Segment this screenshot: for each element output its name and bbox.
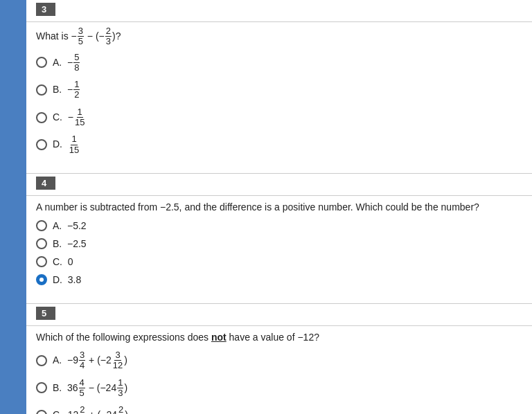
page-container: 3 What is −35 − (−23)? A. −58 B. −12 C. … (0, 0, 532, 414)
radio-5-c[interactable] (36, 410, 47, 414)
radio-3-d[interactable] (36, 139, 47, 150)
option-3-a[interactable]: A. −58 (36, 53, 522, 73)
content-area: 3 What is −35 − (−23)? A. −58 B. −12 C. … (26, 0, 532, 414)
question-3: 3 What is −35 − (−23)? A. −58 B. −12 C. … (26, 0, 532, 174)
option-4-a[interactable]: A. −5.2 (36, 220, 522, 231)
radio-5-b[interactable] (36, 382, 47, 393)
radio-3-b[interactable] (36, 84, 47, 96)
question-number-5: 5 (36, 307, 55, 320)
option-label-5-b: B. 3645 − (−2413) (53, 378, 127, 399)
option-label-5-a: A. −934 + (−2312) (53, 350, 127, 371)
radio-4-c[interactable] (36, 256, 47, 267)
option-label-5-c: C. 1223 + (−2423) (53, 405, 128, 414)
question-4: 4 A number is subtracted from −2.5, and … (26, 174, 532, 304)
left-bar (0, 0, 26, 414)
question-5: 5 Which of the following expressions doe… (26, 304, 532, 414)
option-label-3-b: B. −12 (53, 80, 80, 100)
question-number-3: 3 (36, 3, 55, 16)
option-5-a[interactable]: A. −934 + (−2312) (36, 350, 522, 371)
option-label-4-c: C. 0 (53, 256, 73, 267)
radio-5-a[interactable] (36, 355, 47, 366)
option-5-c[interactable]: C. 1223 + (−2423) (36, 405, 522, 414)
option-label-3-a: A. −58 (53, 53, 80, 73)
option-4-d[interactable]: D. 3.8 (36, 274, 522, 285)
option-label-4-a: A. −5.2 (53, 220, 87, 231)
radio-3-a[interactable] (36, 57, 47, 68)
option-5-b[interactable]: B. 3645 − (−2413) (36, 378, 522, 399)
radio-4-b[interactable] (36, 238, 47, 249)
options-3: A. −58 B. −12 C. −115 D. 115 (26, 53, 532, 168)
question-text-3: What is −35 − (−23)? (26, 22, 532, 53)
radio-4-a[interactable] (36, 220, 47, 231)
option-label-3-d: D. 115 (53, 134, 80, 155)
option-3-d[interactable]: D. 115 (36, 134, 522, 155)
question-text-5: Which of the following expressions does … (26, 326, 532, 350)
options-5: A. −934 + (−2312) B. 3645 − (−2413) C. 1… (26, 350, 532, 414)
option-3-b[interactable]: B. −12 (36, 80, 522, 100)
option-4-c[interactable]: C. 0 (36, 256, 522, 267)
question-text-4: A number is subtracted from −2.5, and th… (26, 196, 532, 220)
option-4-b[interactable]: B. −2.5 (36, 238, 522, 249)
question-number-4: 4 (36, 177, 55, 190)
option-label-3-c: C. −115 (53, 107, 86, 128)
option-label-4-b: B. −2.5 (53, 238, 87, 249)
radio-3-c[interactable] (36, 112, 47, 123)
option-label-4-d: D. 3.8 (53, 274, 81, 285)
option-3-c[interactable]: C. −115 (36, 107, 522, 128)
options-4: A. −5.2 B. −2.5 C. 0 D. 3.8 (26, 220, 532, 298)
radio-4-d[interactable] (36, 274, 47, 285)
